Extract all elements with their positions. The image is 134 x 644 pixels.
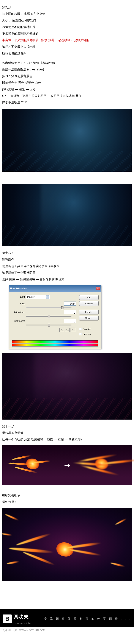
edit-dropdown-value: Master	[27, 295, 35, 299]
preview-checkbox[interactable]: ✔ Preview	[79, 332, 99, 336]
spacer	[0, 590, 134, 609]
edit-dropdown[interactable]: Master ▾	[26, 295, 50, 299]
step10-line: 选择 图层 — 新调整图层 — 色相饱和度 数值如下：	[2, 276, 132, 282]
hue-result-image	[2, 353, 132, 420]
step9-line: 作者继续使用了 "云彩" 滤镜 来渲染气氛	[2, 60, 132, 66]
step11-title: 第十一步：	[2, 424, 132, 429]
hue-slider[interactable]	[26, 307, 71, 308]
lightness-label: Lightness:	[12, 319, 25, 323]
spectrum-bar-2	[12, 344, 98, 346]
step9-title: 第九步：	[2, 4, 132, 10]
eyedropper-minus-icon[interactable]: ✎₋	[71, 328, 75, 332]
save-button[interactable]: Save...	[79, 316, 99, 320]
footer-brand-bar: B 真功夫 pskungfu.info 专 注 国 外 优 秀 教 程 的 分 …	[0, 609, 134, 627]
saturation-input[interactable]: 0	[64, 310, 76, 314]
load-button[interactable]: Load...	[79, 310, 99, 314]
lightness-input[interactable]: 0	[64, 319, 76, 323]
step11-line: 继续增加点细节	[2, 430, 132, 436]
arrow-down-icon: ⬇	[2, 174, 132, 182]
step9-line: 执行滤镜 — 渲染 — 云彩	[2, 86, 132, 92]
step10-line: 调整颜色	[2, 257, 132, 262]
checkbox-icon	[79, 328, 82, 330]
saturation-label: Saturation:	[12, 310, 25, 315]
step10-line: 这里新建了一个调整图层	[2, 270, 132, 276]
step9-line: 既我们讲的没看头	[2, 50, 132, 56]
brand-name: 真功夫	[14, 612, 31, 621]
render-image-purple	[2, 353, 132, 420]
step9-line: 降低不透明度 25%	[2, 100, 132, 105]
credit-site: 思缘设计论坛	[3, 629, 17, 632]
step9-line: 尽量使用不同的素材图片	[2, 24, 132, 30]
flame-before	[2, 445, 63, 485]
brand-domain: pskungfu.info	[14, 621, 31, 626]
step9-line: 新建一层空白图层 (ctrl+shift+n)	[2, 66, 132, 72]
ok-button[interactable]: OK	[79, 295, 99, 300]
saturation-slider[interactable]	[26, 316, 71, 316]
step9-line: 大小， 位置自己可以安排	[2, 18, 132, 23]
lightness-slider[interactable]	[26, 324, 71, 326]
hue-saturation-dialog: Hue/Saturation × Edit: Master ▾ Hue:	[9, 285, 101, 349]
motion-blur-compare: ➔	[2, 445, 132, 485]
final-line: 最终效果：	[2, 499, 132, 505]
footer-credit: 思缘设计论坛 WWW.MISSYUAN.COM	[0, 627, 134, 637]
colorize-label: Colorize	[83, 327, 91, 332]
spacer	[2, 57, 132, 60]
checkbox-checked-icon: ✔	[79, 333, 82, 335]
render-image-after	[2, 184, 132, 246]
arrow-right-icon: ➔	[64, 462, 70, 469]
edit-label: Edit:	[12, 295, 25, 299]
hue-input[interactable]: +138	[64, 302, 76, 306]
step9-line: 既前景色为 黑色 背景色 白色	[2, 80, 132, 86]
step9-line: 按 "D" 复位前景背景色	[2, 73, 132, 79]
spectrum-bar	[12, 340, 98, 343]
dialog-titlebar: Hue/Saturation ×	[9, 286, 101, 292]
dialog-title-text: Hue/Saturation	[10, 286, 27, 291]
footer-tagline: 专 注 国 外 优 秀 教 程 的 分 享 翻 译 . . .	[44, 616, 131, 621]
chevron-down-icon: ▾	[46, 295, 49, 298]
step9-line: OK， 你得到一张黑白的云彩图层， 改图层混合模式为 叠加	[2, 93, 132, 99]
flame-after	[71, 445, 132, 485]
step9-line: 这样才不会看上去很粗糙	[2, 44, 132, 50]
step9-line-highlight: 丰富每一个火焰的其他细节 （比如烟雾， 动感模糊） 是很关键的	[2, 37, 132, 43]
close-icon[interactable]: ×	[96, 287, 100, 290]
hue-label: Hue:	[12, 301, 25, 306]
step9-line: 不要简单的复制刚才做好的	[2, 30, 132, 36]
preview-label: Preview	[83, 332, 91, 336]
render-image-before	[2, 109, 132, 172]
eyedropper-plus-icon[interactable]: ✎₊	[65, 328, 70, 332]
eyedropper-icon[interactable]: ✎	[59, 328, 64, 332]
final-line: 继续完善细节	[2, 492, 132, 498]
step10-line: 使用调色工具你自己也可以随便调你喜欢的	[2, 263, 132, 269]
final-result-image	[2, 508, 132, 581]
before-after-stack: ⬇	[2, 109, 132, 246]
colorize-checkbox[interactable]: Colorize	[79, 327, 99, 332]
step9-line: 按上面的步骤， 多添加几个火焰	[2, 11, 132, 17]
logo-icon: B	[3, 614, 12, 623]
step11-line: 给每一个 "火焰" 添加 动感模糊 （滤镜 — 模糊 — 动感模糊）	[2, 436, 132, 442]
step10-title: 第十步：	[2, 250, 132, 256]
credit-url: WWW.MISSYUAN.COM	[19, 629, 45, 632]
cancel-button[interactable]: Cancel	[79, 301, 99, 306]
